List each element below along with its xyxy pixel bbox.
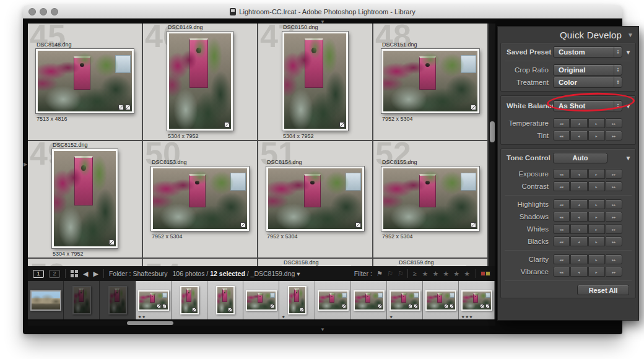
whites-stepper-btn-2[interactable]: ▸	[588, 224, 605, 234]
blacks-stepper-btn-3[interactable]: ▸▸	[606, 236, 622, 246]
highlights-stepper-btn-2[interactable]: ▸	[588, 199, 605, 209]
highlights-stepper-btn-1[interactable]: ◂	[570, 199, 587, 209]
thumbnail-badges[interactable]	[355, 222, 361, 228]
filmstrip-thumbnail[interactable]	[288, 286, 307, 314]
quick-develop-header[interactable]: Quick Develop ▼	[498, 27, 638, 43]
develop-badge-icon[interactable]	[480, 304, 484, 308]
grid-cell[interactable]: 49 DSC8152.dng 5304 x 7952	[28, 141, 143, 259]
thumbnail-badges[interactable]	[118, 105, 131, 110]
grid-cell-partial[interactable]: 53	[28, 259, 143, 266]
star-rating[interactable]: ★★	[138, 314, 146, 319]
whites-stepper-btn-3[interactable]: ▸▸	[606, 224, 622, 234]
photo-count[interactable]: 106 photos / 12 selected / _DSC8159.dng …	[172, 270, 300, 277]
filmstrip-thumbnail[interactable]	[318, 290, 349, 311]
back-arrow-icon[interactable]: ◀	[83, 270, 88, 278]
tint-stepper-btn-3[interactable]: ▸▸	[606, 131, 622, 141]
contrast-stepper-btn-3[interactable]: ▸▸	[606, 181, 622, 191]
grid-cell[interactable]: 45 DSC8148.dng 7513 x 4816	[28, 24, 143, 141]
grid-cell-partial[interactable]: DSC8158.dng	[258, 259, 373, 266]
tint-stepper-btn-1[interactable]: ◂	[570, 131, 587, 141]
thumbnail-badges[interactable]	[480, 304, 490, 308]
filmstrip-thumbnail[interactable]	[108, 286, 127, 314]
color-label-chip[interactable]	[485, 271, 490, 276]
vibrance-stepper-btn-2[interactable]: ▸	[588, 267, 605, 277]
photo-thumbnail[interactable]	[52, 149, 118, 248]
filmstrip-cell[interactable]	[423, 281, 459, 319]
filmstrip-thumbnail[interactable]	[138, 290, 169, 311]
clarity-stepper-btn-2[interactable]: ▸	[588, 254, 605, 264]
develop-badge-icon[interactable]	[450, 304, 454, 308]
develop-badge-icon[interactable]	[270, 304, 274, 308]
filmstrip-thumbnail[interactable]	[246, 290, 277, 311]
star-rating[interactable]: ★	[389, 314, 393, 319]
shadows-stepper-btn-0[interactable]: ◂◂	[553, 212, 570, 222]
titlebar[interactable]: Lightroom-CC.lrcat - Adobe Photoshop Lig…	[23, 5, 622, 19]
dropdown-stepper-icon[interactable]: ▲▼	[614, 101, 622, 111]
photo-thumbnail[interactable]	[151, 167, 249, 231]
shadows-stepper-btn-1[interactable]: ◂	[570, 212, 587, 222]
thumbnail-badges[interactable]	[157, 304, 167, 308]
filmstrip-thumbnail[interactable]	[389, 290, 420, 311]
temperature-stepper-btn-2[interactable]: ▸	[588, 118, 605, 128]
crop-ratio-dropdown[interactable]: Original ▲▼	[553, 64, 622, 76]
develop-badge-icon[interactable]	[414, 304, 418, 308]
highlights-stepper-btn-3[interactable]: ▸▸	[606, 199, 622, 209]
grid-cell-partial[interactable]: 54	[143, 259, 258, 266]
saved-preset-dropdown[interactable]: Custom ▲▼	[553, 46, 622, 58]
clarity-stepper-btn-3[interactable]: ▸▸	[606, 254, 622, 264]
photo-thumbnail[interactable]	[266, 167, 364, 231]
star-rating[interactable]: ★	[282, 314, 285, 319]
grid-view-icon[interactable]	[71, 270, 78, 277]
treatment-dropdown[interactable]: Color ▲▼	[553, 77, 622, 88]
panel-collapse-icon[interactable]: ▼	[627, 32, 633, 38]
photo-thumbnail[interactable]	[282, 32, 348, 131]
exposure-stepper-btn-1[interactable]: ◂	[570, 169, 587, 179]
develop-badge-icon[interactable]	[408, 304, 412, 308]
grid-scrollbar-thumb[interactable]	[490, 121, 495, 142]
auto-tone-button[interactable]: Auto	[553, 153, 607, 163]
flag-rejected-icon[interactable]: ⚐	[397, 270, 404, 278]
photo-thumbnail[interactable]	[381, 49, 479, 113]
temperature-stepper-btn-1[interactable]: ◂	[570, 118, 587, 128]
thumbnail-badges[interactable]	[240, 222, 246, 228]
filmstrip-cell[interactable]: ★	[279, 281, 315, 319]
exposure-stepper-btn-3[interactable]: ▸▸	[606, 169, 622, 179]
contrast-stepper-btn-1[interactable]: ◂	[570, 181, 587, 191]
thumbnail-badges[interactable]	[300, 308, 304, 312]
filmstrip-cell[interactable]	[207, 281, 243, 319]
filmstrip-cell[interactable]	[315, 281, 351, 319]
develop-badge-icon[interactable]	[109, 240, 115, 245]
contrast-stepper-btn-0[interactable]: ◂◂	[553, 181, 570, 191]
thumbnail-badges[interactable]	[444, 304, 454, 308]
whites-stepper-btn-0[interactable]: ◂◂	[553, 224, 570, 234]
dropdown-stepper-icon[interactable]: ▲▼	[614, 47, 622, 57]
develop-badge-icon[interactable]	[224, 122, 230, 128]
filmstrip-thumbnail[interactable]	[180, 286, 199, 314]
thumbnail-badges[interactable]	[471, 105, 476, 110]
tint-stepper-btn-2[interactable]: ▸	[588, 131, 605, 141]
filmstrip-thumbnail[interactable]	[72, 286, 91, 314]
develop-badge-icon[interactable]	[444, 304, 448, 308]
white-balance-disclosure-icon[interactable]: ▼	[625, 103, 632, 110]
photo-thumbnail[interactable]	[36, 49, 134, 113]
grid-cell[interactable]: 47 DSC8150.dng 5304 x 7952	[258, 24, 373, 141]
filmstrip-thumbnail[interactable]	[461, 290, 492, 311]
grid-cell[interactable]: 46 DSC8149.dng 5304 x 7952	[143, 24, 258, 141]
develop-badge-icon[interactable]	[471, 105, 476, 110]
primary-display-button[interactable]: 1	[33, 270, 44, 278]
filmstrip-cell[interactable]	[243, 281, 279, 319]
filmstrip-cell[interactable]	[64, 281, 100, 319]
thumbnail-badges[interactable]	[471, 222, 476, 228]
grid-cell[interactable]: 50 DSC8153.dng 7952 x 5304	[143, 141, 258, 259]
rating-operator[interactable]: ≥	[412, 270, 417, 277]
shadows-stepper-btn-2[interactable]: ▸	[588, 212, 605, 222]
zoom-window-button[interactable]	[51, 8, 58, 15]
photo-thumbnail[interactable]	[381, 167, 479, 231]
window-controls[interactable]	[28, 8, 58, 15]
clarity-stepper-btn-0[interactable]: ◂◂	[553, 254, 570, 264]
clarity-stepper-btn-1[interactable]: ◂	[570, 254, 587, 264]
develop-badge-icon[interactable]	[339, 122, 345, 128]
filmstrip-cell[interactable]: ★★★	[459, 281, 495, 319]
star-rating[interactable]: ★★★	[461, 314, 473, 319]
grid-cell[interactable]: 48 DSC8151.dng 7952 x 5304	[373, 24, 489, 141]
